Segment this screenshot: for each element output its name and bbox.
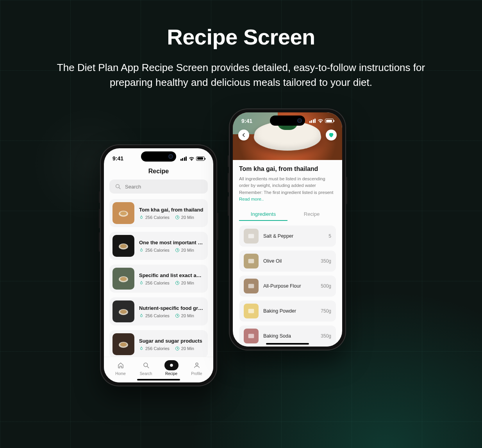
home-indicator[interactable]: [137, 379, 180, 380]
home-icon: [117, 362, 124, 369]
read-more-link[interactable]: Read more..: [239, 197, 264, 201]
nav-label: Recipe: [165, 372, 177, 376]
svg-rect-24: [248, 309, 254, 313]
ingredient-thumb: [244, 329, 259, 343]
page-title: Recipe Screen: [0, 24, 482, 50]
recipe-name: Specific and list exact amounts: [139, 272, 205, 278]
nav-label: Search: [140, 372, 152, 376]
nav-label: Profile: [191, 372, 202, 376]
battery-icon: [325, 119, 334, 123]
ingredient-thumb: [244, 279, 259, 293]
recipe-name: One the most important parts: [139, 240, 205, 245]
ingredient-row[interactable]: Olive Oil 350g: [239, 251, 336, 272]
svg-rect-22: [248, 259, 254, 263]
recipe-row[interactable]: Tom kha gai, from thailand 256 Calories …: [109, 199, 208, 227]
nav-profile[interactable]: Profile: [190, 360, 204, 376]
heart-icon: [328, 132, 334, 138]
signal-icon: [309, 119, 316, 123]
ingredient-row[interactable]: Salt & Pepper 5: [239, 226, 336, 247]
calories-meta: 256 Calories: [139, 215, 170, 220]
recipe-name: Nutrient-specific food groups: [139, 305, 205, 311]
recipe-name: Tom kha gai, from thailand: [139, 207, 205, 213]
calories-meta: 256 Calories: [139, 281, 170, 285]
calories-meta: 256 Calories: [139, 313, 170, 318]
recipe-thumb: [112, 333, 134, 355]
svg-rect-23: [248, 284, 254, 288]
recipe-icon: [168, 362, 175, 369]
ingredient-thumb: [244, 254, 259, 268]
ingredient-amount: 500g: [321, 283, 331, 289]
page-subtitle: The Diet Plan App Recipe Screen provides…: [50, 60, 432, 90]
ingredient-thumb: [244, 229, 259, 244]
time-meta: 20 Min: [175, 346, 194, 351]
ingredient-amount: 750g: [321, 308, 331, 314]
recipe-thumb: [112, 202, 134, 224]
ingredient-name: Salt & Pepper: [263, 233, 324, 239]
phone-mockup-recipe-list: 9:41 Recipe Tom kha gai, from thailand: [100, 144, 217, 386]
svg-line-18: [147, 366, 149, 368]
svg-point-3: [120, 212, 127, 215]
screen-title: Recipe: [104, 168, 213, 175]
search-icon: [115, 183, 121, 190]
recipe-row[interactable]: Nutrient-specific food groups 256 Calori…: [109, 297, 208, 325]
clock-icon: [175, 346, 180, 351]
time-meta: 20 Min: [175, 215, 194, 220]
time-meta: 20 Min: [175, 248, 194, 252]
ingredient-amount: 5: [328, 233, 331, 239]
search-input[interactable]: [109, 180, 208, 194]
nav-recipe[interactable]: Recipe: [164, 360, 179, 376]
phone-mockup-recipe-detail: 9:41 Tom kha gai, from thailand: [229, 108, 346, 350]
svg-rect-25: [248, 334, 254, 338]
time-meta: 20 Min: [175, 281, 194, 285]
recipe-description: All ingredients must be listed in descen…: [239, 176, 336, 203]
wifi-icon: [318, 119, 323, 123]
dynamic-island: [141, 151, 176, 162]
recipe-row[interactable]: One the most important parts 256 Calorie…: [109, 232, 208, 260]
status-bar: 9:41: [233, 112, 342, 124]
clock-icon: [175, 248, 180, 252]
flame-icon: [139, 281, 144, 285]
ingredient-row[interactable]: Baking Powder 750g: [239, 300, 336, 322]
svg-point-9: [120, 277, 127, 281]
ingredient-name: All-Purpose Flour: [263, 283, 316, 289]
ingredient-name: Olive Oil: [263, 258, 316, 264]
time-meta: 20 Min: [175, 313, 194, 318]
favorite-button[interactable]: [326, 130, 337, 140]
svg-point-15: [120, 343, 127, 347]
nav-label: Home: [115, 372, 126, 376]
search-icon: [143, 362, 150, 369]
recipe-row[interactable]: Specific and list exact amounts 256 Calo…: [109, 265, 208, 293]
battery-icon: [196, 156, 205, 161]
ingredient-thumb: [244, 304, 259, 318]
recipe-row[interactable]: Sugar and sugar products 256 Calories 20…: [109, 330, 208, 358]
flame-icon: [139, 346, 144, 351]
svg-point-0: [116, 185, 120, 188]
svg-point-12: [120, 310, 127, 314]
tab-ingredients[interactable]: Ingredients: [239, 208, 287, 221]
recipe-detail-title: Tom kha gai, from thailand: [239, 165, 336, 172]
signal-icon: [180, 156, 187, 161]
tab-recipe[interactable]: Recipe: [287, 208, 336, 221]
ingredient-amount: 350g: [321, 258, 331, 264]
flame-icon: [139, 313, 144, 318]
status-time: 9:41: [241, 118, 252, 124]
chevron-left-icon: [241, 132, 246, 138]
nav-search[interactable]: Search: [139, 360, 153, 376]
svg-point-20: [196, 363, 198, 365]
svg-line-1: [119, 188, 120, 189]
status-time: 9:41: [112, 155, 123, 162]
ingredient-row[interactable]: All-Purpose Flour 500g: [239, 276, 336, 297]
recipe-thumb: [112, 268, 134, 290]
search-field[interactable]: [125, 184, 202, 190]
back-button[interactable]: [238, 130, 249, 140]
flame-icon: [139, 215, 144, 220]
flame-icon: [139, 248, 144, 252]
nav-home[interactable]: Home: [114, 360, 128, 376]
svg-point-19: [170, 364, 173, 367]
clock-icon: [175, 281, 180, 285]
recipe-thumb: [112, 300, 134, 322]
recipe-name: Sugar and sugar products: [139, 338, 205, 344]
home-indicator[interactable]: [266, 343, 309, 345]
wifi-icon: [189, 156, 194, 161]
calories-meta: 256 Calories: [139, 248, 170, 252]
